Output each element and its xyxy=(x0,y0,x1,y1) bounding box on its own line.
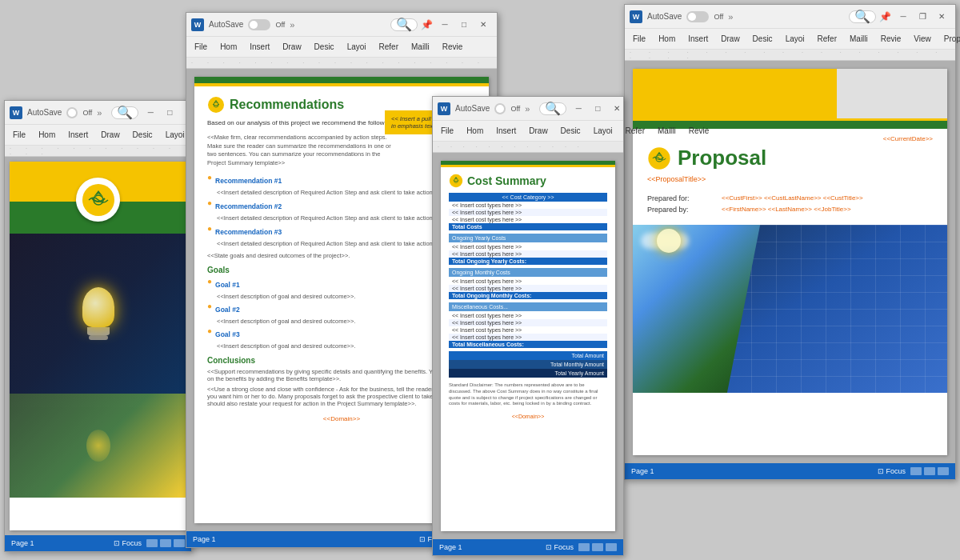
autosave-toggle-3[interactable] xyxy=(494,103,506,114)
tab-revie-3[interactable]: Revie xyxy=(686,126,713,136)
tab-refer-2[interactable]: Refer xyxy=(376,42,402,52)
tab-layoi-3[interactable]: Layoi xyxy=(590,126,616,136)
maximize-btn-1[interactable]: □ xyxy=(161,106,178,120)
close-btn-4[interactable]: ✕ xyxy=(933,10,950,24)
page-label-2: Page 1 xyxy=(193,535,216,543)
search-bar-1[interactable]: 🔍 xyxy=(111,106,138,119)
search-bar-2[interactable]: 🔍 xyxy=(390,18,418,31)
tab-desic-3[interactable]: Desic xyxy=(558,126,584,136)
w4-proposal-title-placeholder: <<ProposalTitle>> xyxy=(647,175,933,183)
w3-content: Cost Summary << Cost Category >> << Inse… xyxy=(441,167,615,426)
search-icon-2: 🔍 xyxy=(396,17,412,32)
tab-hom-1[interactable]: Hom xyxy=(35,130,58,140)
focus-btn-1[interactable]: ⊡ Focus xyxy=(114,539,142,547)
w1-header-inner xyxy=(10,162,186,234)
view-icon-3b[interactable] xyxy=(592,543,603,551)
w2-rec2-title: Recommendation #2 xyxy=(215,202,282,210)
view-icon-4c[interactable] xyxy=(938,467,949,475)
minimize-btn-3[interactable]: ─ xyxy=(570,102,587,116)
tab-desic-4[interactable]: Desic xyxy=(750,34,776,44)
bullet-dot-3: ● xyxy=(207,224,212,233)
tab-desic-1[interactable]: Desic xyxy=(130,130,156,140)
autosave-toggle-1[interactable] xyxy=(66,107,78,118)
w3-misc-row-4: << Insert cost types here >> xyxy=(449,334,607,341)
search-icon-3: 🔍 xyxy=(545,101,561,116)
tab-hom-4[interactable]: Hom xyxy=(655,34,678,44)
w1-body xyxy=(10,234,186,507)
ribbon-tabs-3: File Hom Insert Draw Desic Layoi Refer M… xyxy=(433,121,623,142)
autosave-off-2: Off xyxy=(275,21,285,29)
tab-insert-3[interactable]: Insert xyxy=(493,126,519,136)
tab-view-4[interactable]: View xyxy=(910,34,934,44)
word-window-4: W AutoSave Off » 🔍 📌 ─ ❐ ✕ File Hom Inse… xyxy=(624,4,956,480)
toggle-knob-1 xyxy=(68,109,76,117)
w2-goal3-title: Goal #3 xyxy=(215,330,240,338)
tab-mailli-4[interactable]: Mailli xyxy=(846,34,871,44)
w4-sun xyxy=(657,229,681,253)
tab-draw-3[interactable]: Draw xyxy=(526,126,550,136)
autosave-label-4: AutoSave xyxy=(647,12,682,21)
tab-file-1[interactable]: File xyxy=(10,130,29,140)
tab-revie-4[interactable]: Revie xyxy=(878,34,905,44)
tab-desic-2[interactable]: Desic xyxy=(311,42,338,52)
w3-monthly-total: Total Ongoing Monthly Costs: xyxy=(449,292,607,299)
close-btn-2[interactable]: ✕ xyxy=(474,18,492,32)
search-bar-3[interactable]: 🔍 xyxy=(539,102,566,115)
w2-goal1-title: Goal #1 xyxy=(215,281,240,289)
tab-draw-2[interactable]: Draw xyxy=(279,42,304,52)
tab-insert-2[interactable]: Insert xyxy=(246,42,273,52)
maximize-btn-3[interactable]: □ xyxy=(589,102,606,116)
tab-mailli-2[interactable]: Mailli xyxy=(408,42,433,52)
tab-layoi-4[interactable]: Layoi xyxy=(782,34,808,44)
tab-layoi-1[interactable]: Layoi xyxy=(162,130,188,140)
view-icon-1c[interactable] xyxy=(174,539,185,547)
w3-yearly-row-2: << Insert cost types here >> xyxy=(449,250,607,258)
focus-btn-3[interactable]: ⊡ Focus xyxy=(546,543,574,551)
search-icon-1: 🔍 xyxy=(117,105,133,120)
focus-btn-4[interactable]: ⊡ Focus xyxy=(878,467,906,475)
focus-icon-1: ⊡ xyxy=(114,539,120,547)
view-icon-4a[interactable] xyxy=(910,467,922,475)
w1-image-area xyxy=(10,234,186,394)
tab-hom-3[interactable]: Hom xyxy=(463,126,486,136)
tab-insert-1[interactable]: Insert xyxy=(65,130,91,140)
minimize-btn-1[interactable]: ─ xyxy=(142,106,159,120)
autosave-label-1: AutoSave xyxy=(27,108,62,117)
w3-yearly-total: Total Ongoing Yearly Costs: xyxy=(449,258,607,265)
tab-draw-1[interactable]: Draw xyxy=(98,130,122,140)
tab-insert-4[interactable]: Insert xyxy=(685,34,711,44)
view-icon-1b[interactable] xyxy=(160,539,171,547)
minimize-btn-4[interactable]: ─ xyxy=(894,10,912,24)
w1-energy-area xyxy=(10,394,186,498)
tab-hom-2[interactable]: Hom xyxy=(217,42,240,52)
view-icons-4 xyxy=(910,467,949,475)
minimize-btn-2[interactable]: ─ xyxy=(436,18,454,32)
view-icon-4b[interactable] xyxy=(924,467,935,475)
maximize-btn-2[interactable]: □ xyxy=(455,18,473,32)
autosave-toggle-4[interactable] xyxy=(686,11,709,22)
w3-yearly-header: Ongoing Yearly Costs xyxy=(449,234,607,242)
tab-file-3[interactable]: File xyxy=(438,126,457,136)
title-bar-1: W AutoSave Off » 🔍 ─ □ ✕ xyxy=(5,101,191,125)
view-icon-3a[interactable] xyxy=(578,543,590,551)
tab-refer-3[interactable]: Refer xyxy=(622,126,648,136)
tab-mailli-3[interactable]: Mailli xyxy=(654,126,679,136)
tab-draw-4[interactable]: Draw xyxy=(718,34,742,44)
w3-misc-row-2: << Insert cost types here >> xyxy=(449,319,607,326)
autosave-toggle-2[interactable] xyxy=(248,19,270,30)
tab-file-4[interactable]: File xyxy=(630,34,649,44)
tab-revie-2[interactable]: Revie xyxy=(439,42,466,52)
tab-layoi-2[interactable]: Layoi xyxy=(344,42,370,52)
view-icon-3c[interactable] xyxy=(606,543,617,551)
tab-refer-4[interactable]: Refer xyxy=(814,34,840,44)
ribbon-tabs-1: File Hom Insert Draw Desic Layoi Refer M… xyxy=(5,125,191,146)
tab-prop-4[interactable]: Prop xyxy=(941,34,960,44)
close-btn-3[interactable]: ✕ xyxy=(608,102,626,116)
autosave-label-3: AutoSave xyxy=(455,104,490,113)
restore-btn-4[interactable]: ❐ xyxy=(914,10,931,24)
w1-header-bg xyxy=(10,162,186,234)
search-bar-4[interactable]: 🔍 xyxy=(849,10,876,23)
view-icon-1a[interactable] xyxy=(146,539,158,547)
title-dots-2: » xyxy=(290,20,294,30)
tab-file-2[interactable]: File xyxy=(191,42,210,52)
